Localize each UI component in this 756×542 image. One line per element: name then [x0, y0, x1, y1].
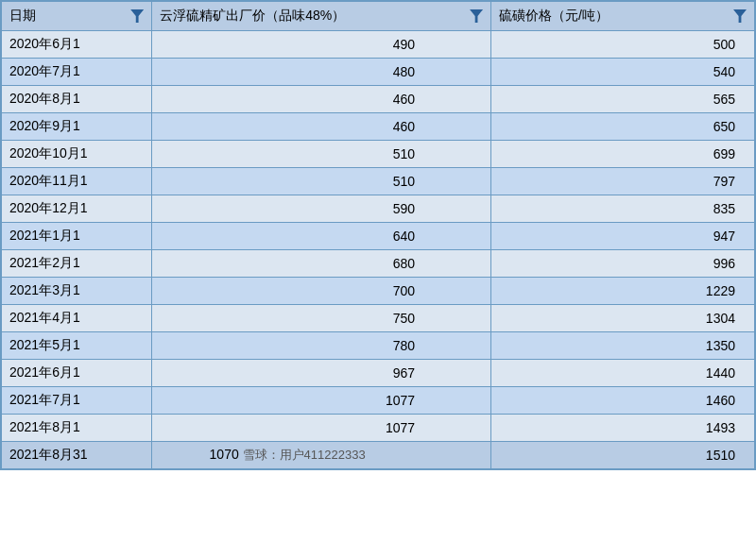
- table-row: 2020年7月1480540: [2, 59, 755, 86]
- cell-date: 2020年8月1: [2, 86, 152, 113]
- table-row: 2021年5月17801350: [2, 332, 755, 360]
- watermark-text: 雪球：用户411222333: [243, 448, 366, 462]
- cell-price1: 510: [152, 141, 491, 168]
- cell-price2: 947: [491, 223, 755, 250]
- header-price2[interactable]: 硫磺价格（元/吨）: [491, 2, 755, 31]
- cell-price1: 480: [152, 59, 491, 86]
- cell-date: 2020年6月1: [2, 31, 152, 59]
- table-row: 2021年1月1640947: [2, 223, 755, 250]
- cell-price1: 750: [152, 305, 491, 332]
- table-row: 2020年10月1510699: [2, 141, 755, 168]
- cell-price2: 1350: [491, 332, 755, 360]
- header-date-label: 日期: [9, 8, 36, 25]
- filter-date-icon[interactable]: [130, 9, 144, 23]
- cell-price1: 1077: [152, 387, 491, 415]
- cell-date: 2020年7月1: [2, 59, 152, 86]
- cell-price2: 650: [491, 113, 755, 141]
- cell-price1: 1070 雪球：用户411222333: [152, 442, 491, 469]
- cell-date: 2021年1月1: [2, 223, 152, 250]
- table-row: 2020年8月1460565: [2, 86, 755, 113]
- cell-price2: 1304: [491, 305, 755, 332]
- main-table-container: 日期 云浮硫精矿出厂价（品味48%） 硫磺价格（元/吨）: [0, 0, 756, 470]
- cell-price2: 699: [491, 141, 755, 168]
- header-price1[interactable]: 云浮硫精矿出厂价（品味48%）: [152, 2, 491, 31]
- cell-date: 2020年12月1: [2, 195, 152, 223]
- cell-price1: 640: [152, 223, 491, 250]
- cell-price1: 460: [152, 113, 491, 141]
- cell-date: 2021年7月1: [2, 387, 152, 415]
- cell-date: 2021年2月1: [2, 250, 152, 278]
- cell-date: 2021年6月1: [2, 360, 152, 387]
- header-date[interactable]: 日期: [2, 2, 152, 31]
- cell-price2: 835: [491, 195, 755, 223]
- table-row: 2021年4月17501304: [2, 305, 755, 332]
- header-price1-label: 云浮硫精矿出厂价（品味48%）: [160, 8, 345, 25]
- cell-price2: 996: [491, 250, 755, 278]
- cell-price2: 565: [491, 86, 755, 113]
- cell-price1: 780: [152, 332, 491, 360]
- table-row: 2021年7月110771460: [2, 387, 755, 415]
- cell-price1: 1077: [152, 415, 491, 442]
- table-row: 2021年8月110771493: [2, 415, 755, 442]
- header-price2-label: 硫磺价格（元/吨）: [499, 8, 609, 25]
- cell-price2: 1460: [491, 387, 755, 415]
- cell-price2: 797: [491, 168, 755, 195]
- cell-date: 2021年5月1: [2, 332, 152, 360]
- cell-price1: 590: [152, 195, 491, 223]
- table-row: 2021年8月311070 雪球：用户4112223331510: [2, 442, 755, 469]
- filter-price1-icon[interactable]: [470, 9, 483, 23]
- cell-price2: 1229: [491, 278, 755, 305]
- cell-date: 2020年11月1: [2, 168, 152, 195]
- data-table: 日期 云浮硫精矿出厂价（品味48%） 硫磺价格（元/吨）: [1, 1, 755, 469]
- table-row: 2020年6月1490500: [2, 31, 755, 59]
- cell-price2: 500: [491, 31, 755, 59]
- table-row: 2020年11月1510797: [2, 168, 755, 195]
- cell-price1: 967: [152, 360, 491, 387]
- cell-date: 2021年8月1: [2, 415, 152, 442]
- cell-date: 2020年10月1: [2, 141, 152, 168]
- cell-price2: 1493: [491, 415, 755, 442]
- cell-price2: 1510: [491, 442, 755, 469]
- cell-price2: 1440: [491, 360, 755, 387]
- cell-price1: 460: [152, 86, 491, 113]
- cell-price1: 680: [152, 250, 491, 278]
- table-row: 2021年6月19671440: [2, 360, 755, 387]
- table-row: 2021年2月1680996: [2, 250, 755, 278]
- table-row: 2020年9月1460650: [2, 113, 755, 141]
- table-row: 2021年3月17001229: [2, 278, 755, 305]
- filter-price2-icon[interactable]: [733, 9, 747, 23]
- cell-price2: 540: [491, 59, 755, 86]
- cell-price1: 490: [152, 31, 491, 59]
- cell-date: 2021年3月1: [2, 278, 152, 305]
- cell-date: 2020年9月1: [2, 113, 152, 141]
- cell-date: 2021年4月1: [2, 305, 152, 332]
- table-header-row: 日期 云浮硫精矿出厂价（品味48%） 硫磺价格（元/吨）: [2, 2, 755, 31]
- table-row: 2020年12月1590835: [2, 195, 755, 223]
- cell-date: 2021年8月31: [2, 442, 152, 469]
- cell-price1: 700: [152, 278, 491, 305]
- cell-price1: 510: [152, 168, 491, 195]
